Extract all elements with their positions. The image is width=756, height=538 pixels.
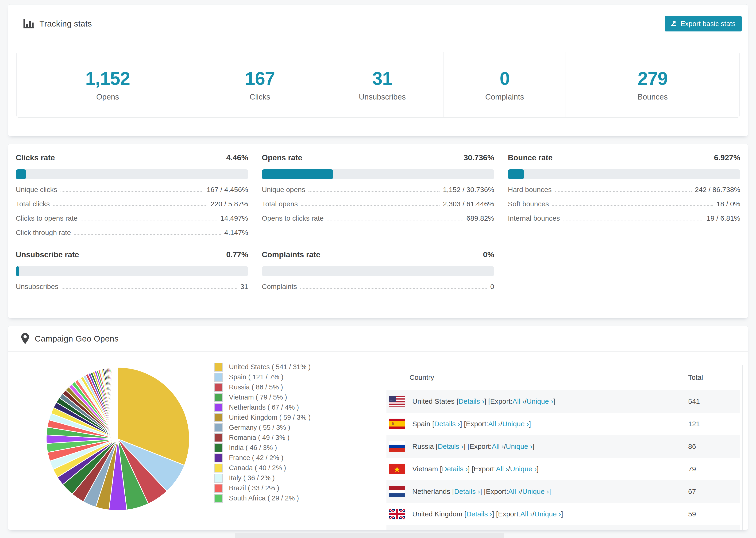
unsubscribe-rate-section: Unsubscribe rate0.77%Unsubscribes31: [16, 250, 248, 291]
export-unique-link[interactable]: Unique ›: [522, 488, 549, 496]
country-cell: Vietnam [Details ›] [Export: All › / Uni…: [389, 464, 688, 474]
details-link[interactable]: Details ›: [434, 420, 460, 428]
legend-item[interactable]: Romania ( 49 / 3% ): [214, 433, 311, 443]
bottom-scroll-band[interactable]: [235, 533, 504, 538]
legend-label: United Kingdom ( 59 / 3% ): [229, 413, 311, 421]
stat-row-label: Hard bounces: [508, 186, 552, 194]
summary-cell-bounces: 279Bounces: [566, 52, 739, 117]
legend-swatch: [214, 454, 223, 462]
export-unique-link[interactable]: Unique ›: [534, 510, 561, 518]
bounce-rate-progress-bar: [508, 169, 740, 179]
details-link[interactable]: Details ›: [442, 465, 468, 473]
stat-row-label: Opens to clicks rate: [262, 214, 324, 222]
stat-row-value: 31: [241, 283, 248, 291]
unsubscribe-rate-rows: Unsubscribes31: [16, 283, 248, 291]
export-all-link[interactable]: All ›: [488, 420, 500, 428]
legend-label: France ( 42 / 2% ): [229, 454, 283, 462]
legend-item[interactable]: Germany ( 55 / 3% ): [214, 422, 311, 433]
legend-item[interactable]: South Africa ( 29 / 2% ): [214, 493, 311, 503]
legend-swatch: [214, 423, 223, 432]
country-cell: Spain [Details ›] [Export: All › / Uniqu…: [389, 419, 688, 429]
legend-item[interactable]: United Kingdom ( 59 / 3% ): [214, 412, 311, 422]
summary-cell-complaints: 0Complaints: [443, 52, 566, 117]
country-cell: United States [Details ›] [Export: All ›…: [389, 396, 688, 406]
legend-item[interactable]: Vietnam ( 79 / 5% ): [214, 392, 311, 402]
legend-item[interactable]: Netherlands ( 67 / 4% ): [214, 402, 311, 412]
stat-row: Unique clicks167 / 4.456%: [16, 186, 248, 194]
export-unique-link[interactable]: Unique ›: [503, 420, 529, 428]
stat-row: Complaints0: [262, 283, 494, 291]
legend-item[interactable]: India ( 46 / 3% ): [214, 443, 311, 453]
table-row-gb: United Kingdom [Details ›] [Export: All …: [387, 503, 740, 525]
legend-item[interactable]: France ( 42 / 2% ): [214, 453, 311, 463]
geo-pie-chart[interactable]: [43, 364, 193, 514]
legend-item[interactable]: Canada ( 40 / 2% ): [214, 463, 311, 473]
summary-label: Bounces: [638, 92, 668, 101]
export-all-link[interactable]: All ›: [496, 465, 508, 473]
country-name: Vietnam: [412, 465, 438, 473]
legend-item[interactable]: Italy ( 36 / 2% ): [214, 473, 311, 483]
details-link[interactable]: Details ›: [454, 488, 480, 496]
legend-label: Spain ( 121 / 7% ): [229, 373, 283, 381]
export-unique-link[interactable]: Unique ›: [510, 465, 536, 473]
export-label: ] [Export:: [463, 443, 492, 451]
country-name: Spain: [412, 420, 430, 428]
dotted-leader: [555, 191, 692, 192]
stat-row: Clicks to opens rate14.497%: [16, 214, 248, 222]
opens-rate-rows: Unique opens1,152 / 30.736%Total opens2,…: [262, 186, 494, 222]
bounce-rate-rows: Hard bounces242 / 86.738%Soft bounces18 …: [508, 186, 740, 222]
ru-flag-icon: [389, 441, 405, 452]
export-label: ] [Export:: [492, 510, 520, 518]
country-cell: Netherlands [Details ›] [Export: All › /…: [389, 486, 688, 497]
opens-rate-value: 30.736%: [464, 153, 494, 162]
slash: /: [525, 398, 527, 405]
table-row-es: Spain [Details ›] [Export: All › / Uniqu…: [387, 413, 740, 435]
legend-label: Germany ( 55 / 3% ): [229, 424, 290, 431]
export-unique-link[interactable]: Unique ›: [506, 443, 532, 451]
export-all-link[interactable]: All ›: [520, 510, 532, 518]
legend-item[interactable]: Russia ( 86 / 5% ): [214, 382, 311, 392]
bracket: ]: [537, 465, 539, 473]
complaints-rate-value: 0%: [483, 250, 494, 259]
clicks-rate-progress-fill: [16, 169, 26, 179]
legend-label: Romania ( 49 / 3% ): [229, 434, 290, 442]
stat-row: Opens to clicks rate689.82%: [262, 214, 494, 222]
legend-swatch: [214, 433, 223, 442]
summary-cell-clicks: 167Clicks: [199, 52, 321, 117]
legend-item[interactable]: United States ( 541 / 31% ): [214, 362, 311, 372]
gb-flag-icon: [389, 509, 405, 519]
legend-label: Vietnam ( 79 / 5% ): [229, 394, 287, 401]
legend-swatch: [214, 413, 223, 422]
details-link[interactable]: Details ›: [466, 510, 492, 518]
opens-rate-title: Opens rate: [262, 153, 302, 162]
details-link[interactable]: Details ›: [438, 443, 463, 451]
legend-swatch: [214, 373, 223, 382]
tracking-stats-header: Tracking stats Export basic stats: [8, 4, 748, 43]
dotted-leader: [327, 220, 463, 220]
export-all-link[interactable]: All ›: [513, 398, 525, 405]
total-cell: 67: [688, 488, 740, 496]
geo-legend: United States ( 541 / 31% )Spain ( 121 /…: [214, 362, 311, 503]
unsubscribe-rate-progress-bar: [16, 266, 248, 276]
slash: /: [508, 465, 510, 473]
unsubscribe-rate-title: Unsubscribe rate: [16, 250, 79, 259]
total-cell: 59: [688, 510, 740, 518]
details-link[interactable]: Details ›: [459, 398, 484, 405]
table-row-ru: Russia [Details ›] [Export: All › / Uniq…: [387, 435, 740, 458]
export-all-link[interactable]: All ›: [492, 443, 504, 451]
legend-item[interactable]: Brazil ( 33 / 2% ): [214, 483, 311, 493]
summary-label: Complaints: [485, 92, 524, 101]
legend-item[interactable]: Spain ( 121 / 7% ): [214, 372, 311, 382]
pie-slice-other[interactable]: [118, 367, 118, 439]
rates-card: Clicks rate4.46%Unique clicks167 / 4.456…: [8, 144, 748, 318]
clicks-rate-value: 4.46%: [226, 153, 248, 162]
country-name: Russia: [412, 443, 434, 451]
legend-swatch: [214, 393, 223, 402]
export-unique-link[interactable]: Unique ›: [527, 398, 553, 405]
export-basic-stats-button[interactable]: Export basic stats: [665, 16, 742, 31]
export-all-link[interactable]: All ›: [508, 488, 520, 496]
unsubscribe-rate-progress-fill: [16, 266, 19, 276]
stat-row-label: Total opens: [262, 200, 298, 208]
total-cell: 86: [688, 443, 740, 451]
summary-stats-row: 1,152Opens167Clicks31Unsubscribes0Compla…: [17, 52, 739, 118]
